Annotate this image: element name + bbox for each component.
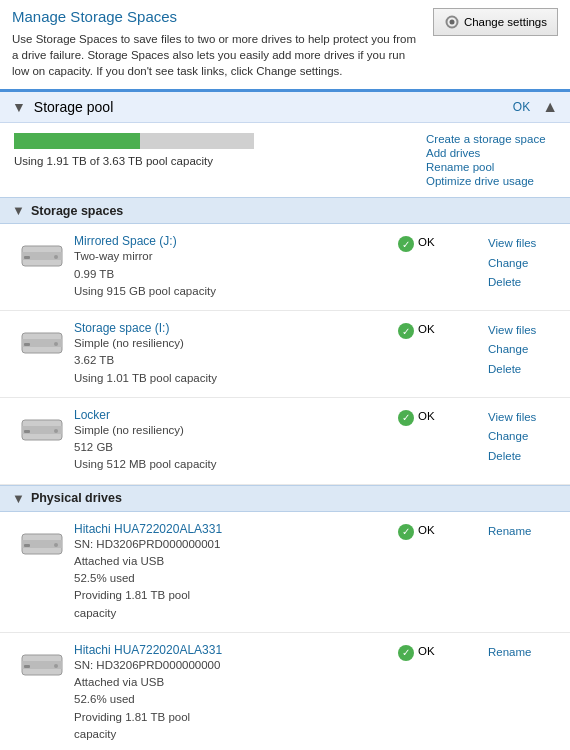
drive-icon	[20, 412, 64, 446]
storage-pool-section: ▼ Storage pool OK ▲ Using 1.91 TB of 3.6…	[0, 89, 570, 197]
pool-ok-link[interactable]: OK	[513, 100, 530, 114]
pool-header: ▼ Storage pool OK ▲	[0, 92, 570, 123]
header-left: Manage Storage Spaces Use Storage Spaces…	[12, 8, 433, 79]
row-actions: View files Change Delete	[488, 408, 558, 465]
ok-check-icon: ✓	[398, 236, 414, 252]
storage-spaces-title: Storage spaces	[31, 204, 123, 218]
svg-rect-3	[24, 256, 30, 259]
pool-progress-fill	[14, 133, 140, 149]
row-actions: Rename	[488, 522, 558, 540]
table-row: Locker Simple (no resiliency)512 GBUsing…	[0, 398, 570, 485]
ok-check-icon: ✓	[398, 323, 414, 339]
table-row: Mirrored Space (J:) Two-way mirror0.99 T…	[0, 224, 570, 311]
svg-rect-19	[24, 665, 30, 668]
pool-progress-bar	[14, 133, 254, 149]
change-link[interactable]: Change	[488, 340, 528, 358]
physical-drives-title: Physical drives	[31, 491, 122, 505]
drive-icon	[20, 325, 64, 359]
drive-detail: SN: HD3206PRD000000001Attached via USB52…	[74, 536, 388, 622]
optimize-drive-link[interactable]: Optimize drive usage	[426, 175, 534, 187]
ok-check-icon: ✓	[398, 410, 414, 426]
ok-check-icon: ✓	[398, 524, 414, 540]
space-name: Storage space (I:)	[74, 321, 388, 335]
svg-point-20	[54, 664, 58, 668]
drive-info: Hitachi HUA722020ALA331 SN: HD3206PRD000…	[74, 643, 388, 743]
pool-collapse-icon[interactable]: ▲	[542, 98, 558, 116]
pool-body-left: Using 1.91 TB of 3.63 TB pool capacity	[14, 133, 426, 167]
delete-link[interactable]: Delete	[488, 447, 521, 465]
drive-detail: SN: HD3206PRD000000000Attached via USB52…	[74, 657, 388, 743]
view-files-link[interactable]: View files	[488, 321, 536, 339]
drive-icon	[20, 526, 64, 560]
change-link[interactable]: Change	[488, 427, 528, 445]
drive-info: Hitachi HUA722020ALA331 SN: HD3206PRD000…	[74, 522, 388, 622]
status-area: ✓ OK	[398, 643, 478, 661]
drive-icon	[20, 647, 64, 681]
status-area: ✓ OK	[398, 234, 478, 252]
add-drives-link[interactable]: Add drives	[426, 147, 480, 159]
space-detail: Simple (no resiliency)512 GBUsing 512 MB…	[74, 422, 388, 474]
header-description: Use Storage Spaces to save files to two …	[12, 31, 423, 79]
rename-link[interactable]: Rename	[488, 643, 531, 661]
table-row: Storage space (I:) Simple (no resiliency…	[0, 311, 570, 398]
change-settings-button[interactable]: Change settings	[433, 8, 558, 36]
physical-drives-divider: ▼ Physical drives	[0, 485, 570, 512]
delete-link[interactable]: Delete	[488, 360, 521, 378]
storage-spaces-divider: ▼ Storage spaces	[0, 197, 570, 224]
status-text: OK	[418, 323, 435, 335]
rename-link[interactable]: Rename	[488, 522, 531, 540]
space-info: Locker Simple (no resiliency)512 GBUsing…	[74, 408, 388, 474]
row-actions: View files Change Delete	[488, 321, 558, 378]
drive-name: Hitachi HUA722020ALA331	[74, 643, 388, 657]
status-area: ✓ OK	[398, 321, 478, 339]
status-text: OK	[418, 410, 435, 422]
svg-point-8	[54, 342, 58, 346]
space-detail: Simple (no resiliency)3.62 TBUsing 1.01 …	[74, 335, 388, 387]
table-row: Hitachi HUA722020ALA331 SN: HD3206PRD000…	[0, 512, 570, 633]
row-actions: View files Change Delete	[488, 234, 558, 291]
pool-chevron-icon[interactable]: ▼	[12, 99, 26, 115]
page-header: Manage Storage Spaces Use Storage Spaces…	[0, 0, 570, 85]
row-actions: Rename	[488, 643, 558, 661]
svg-rect-15	[24, 544, 30, 547]
page-title: Manage Storage Spaces	[12, 8, 423, 25]
delete-link[interactable]: Delete	[488, 273, 521, 291]
gear-icon	[444, 14, 460, 30]
table-row: Hitachi HUA722020ALA331 SN: HD3206PRD000…	[0, 633, 570, 750]
create-storage-link[interactable]: Create a storage space	[426, 133, 546, 145]
spaces-chevron-icon[interactable]: ▼	[12, 203, 25, 218]
space-detail: Two-way mirror0.99 TBUsing 915 GB pool c…	[74, 248, 388, 300]
ok-check-icon: ✓	[398, 645, 414, 661]
space-name: Locker	[74, 408, 388, 422]
svg-point-4	[54, 255, 58, 259]
drive-name: Hitachi HUA722020ALA331	[74, 522, 388, 536]
space-info: Mirrored Space (J:) Two-way mirror0.99 T…	[74, 234, 388, 300]
change-link[interactable]: Change	[488, 254, 528, 272]
pool-body: Using 1.91 TB of 3.63 TB pool capacity C…	[0, 123, 570, 197]
status-text: OK	[418, 645, 435, 657]
status-text: OK	[418, 524, 435, 536]
status-text: OK	[418, 236, 435, 248]
pool-title: Storage pool	[34, 99, 113, 115]
status-area: ✓ OK	[398, 408, 478, 426]
svg-rect-11	[24, 430, 30, 433]
view-files-link[interactable]: View files	[488, 408, 536, 426]
change-settings-label: Change settings	[464, 16, 547, 28]
pool-header-left: ▼ Storage pool	[12, 99, 113, 115]
status-area: ✓ OK	[398, 522, 478, 540]
drives-chevron-icon[interactable]: ▼	[12, 491, 25, 506]
svg-point-12	[54, 429, 58, 433]
pool-capacity-text: Using 1.91 TB of 3.63 TB pool capacity	[14, 155, 426, 167]
svg-point-16	[54, 543, 58, 547]
svg-rect-7	[24, 343, 30, 346]
pool-header-right: OK ▲	[513, 98, 558, 116]
pool-actions: Create a storage space Add drives Rename…	[426, 133, 556, 187]
space-info: Storage space (I:) Simple (no resiliency…	[74, 321, 388, 387]
rename-pool-link[interactable]: Rename pool	[426, 161, 494, 173]
view-files-link[interactable]: View files	[488, 234, 536, 252]
svg-point-0	[449, 20, 454, 25]
drive-icon	[20, 238, 64, 272]
storage-spaces-list: Mirrored Space (J:) Two-way mirror0.99 T…	[0, 224, 570, 484]
physical-drives-list: Hitachi HUA722020ALA331 SN: HD3206PRD000…	[0, 512, 570, 750]
space-name: Mirrored Space (J:)	[74, 234, 388, 248]
